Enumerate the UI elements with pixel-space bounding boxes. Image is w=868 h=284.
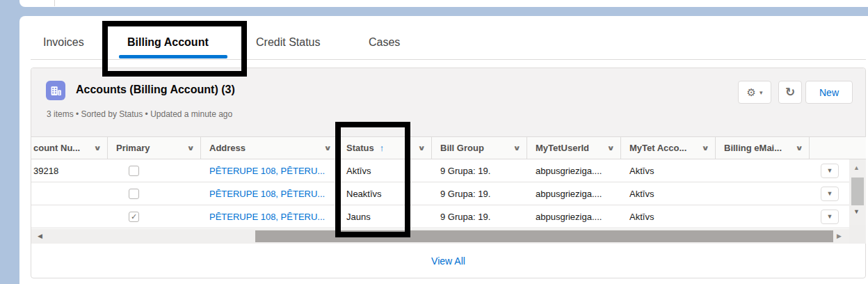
address-link[interactable]: PĒTERUPE 108, PĒTERU... [209,189,325,199]
cell-billing-email [716,159,810,182]
cell-status: Neaktīvs [338,182,432,205]
list-title: Accounts (Billing Account) (3) [76,84,235,96]
chevron-down-icon[interactable]: ∨ [795,144,803,152]
cell-primary [108,159,201,182]
cell-account-number [31,205,108,228]
cell-row-actions: ▼ [810,205,849,228]
cell-address: PĒTERUPE 108, PĒTERU... [201,205,338,228]
cell-account-number: 39218 [31,159,108,182]
cell-status: Aktīvs [338,159,432,182]
refresh-button[interactable]: ↻ [778,81,802,104]
previous-card-edge [19,0,868,7]
sort-ascending-icon: ↑ [380,143,385,153]
refresh-icon: ↻ [785,85,795,100]
horizontal-scrollbar-thumb[interactable] [255,230,833,242]
row-actions-button[interactable]: ▼ [821,210,839,224]
chevron-down-icon[interactable]: ∨ [93,144,101,152]
scrollbar-corner [849,225,866,244]
scroll-right-icon[interactable]: ▶ [837,232,842,239]
cell-mytet-account: Aktīvs [621,159,716,182]
cell-primary: ✓ [108,205,201,228]
cell-mytetuserid: abpusgrieziga.... [527,205,621,228]
chevron-down-icon[interactable]: ∨ [701,144,709,152]
active-tab-underline [119,55,227,58]
list-panel-footer: View All [31,244,865,278]
list-panel-header: Accounts (Billing Account) (3) 3 items •… [31,68,865,137]
cell-address: PĒTERUPE 108, PĒTERU... [201,159,338,182]
chevron-down-icon[interactable]: ∨ [513,144,520,152]
column-header-account-number[interactable]: count Nu... ∨ [31,137,108,159]
column-header-mytetuserid[interactable]: MyTetUserId ∨ [527,137,621,159]
vertical-scrollbar-thumb[interactable] [851,178,864,205]
chevron-down-icon[interactable]: ∨ [606,144,614,152]
card-divider [54,0,55,6]
caret-down-icon: ▾ [760,89,763,96]
column-header-mytet-account[interactable]: MyTet Acco... ∨ [621,137,716,159]
new-button[interactable]: New [805,81,853,104]
column-header-billing-email[interactable]: Billing eMai... ∨ [716,137,810,159]
column-header-bill-group[interactable]: Bill Group ∨ [432,137,527,159]
chevron-down-icon[interactable]: ∨ [417,144,425,152]
cell-row-actions: ▼ [810,182,849,205]
vertical-scrollbar[interactable]: ▲ ▼ [849,159,866,225]
tabs-divider [31,59,866,60]
table-row: 39218 PĒTERUPE 108, PĒTERU... Aktīvs 9 G… [31,159,849,182]
row-action-caret-icon: ▼ [827,213,833,220]
cell-mytet-account: Aktīvs [621,205,716,228]
tab-cases[interactable]: Cases [369,36,400,49]
view-all-link[interactable]: View All [431,255,465,267]
cell-bill-group: 9 Grupa: 19. [432,159,527,182]
column-header-scroll-filler [849,137,866,159]
cell-account-number [31,182,108,205]
chevron-down-icon[interactable]: ∨ [323,144,331,152]
cell-bill-group: 9 Grupa: 19. [432,205,527,228]
table-header-row: count Nu... ∨ Primary ∨ Address ∨ Status… [31,137,866,159]
address-link[interactable]: PĒTERUPE 108, PĒTERU... [209,166,325,176]
list-settings-button[interactable]: ⚙ ▾ [738,81,771,104]
cell-bill-group: 9 Grupa: 19. [432,182,527,205]
cell-row-actions: ▼ [810,159,849,182]
primary-checkbox[interactable] [129,166,139,176]
check-icon: ✓ [131,212,137,221]
column-header-status[interactable]: Status ↑ ∨ [338,137,432,159]
cell-status: Jauns [338,205,432,228]
scroll-up-icon[interactable]: ▲ [853,164,860,171]
address-link[interactable]: PĒTERUPE 108, PĒTERU... [209,212,325,222]
row-action-caret-icon: ▼ [827,167,833,174]
chevron-down-icon[interactable]: ∨ [186,144,194,152]
row-actions-button[interactable]: ▼ [821,187,839,201]
primary-checkbox[interactable] [129,189,139,199]
table-row: ✓ PĒTERUPE 108, PĒTERU... Jauns 9 Grupa:… [31,205,849,228]
column-header-actions [810,137,849,159]
record-tabs-card: Invoices Billing Account Credit Status C… [19,16,868,284]
cell-billing-email [716,205,810,228]
table-row: PĒTERUPE 108, PĒTERU... Neaktīvs 9 Grupa… [31,182,849,205]
row-actions-button[interactable]: ▼ [821,164,839,178]
cell-mytetuserid: abpusgrieziga.... [527,159,621,182]
column-header-address[interactable]: Address ∨ [201,137,338,159]
tab-invoices[interactable]: Invoices [43,36,84,49]
column-header-primary[interactable]: Primary ∨ [108,137,201,159]
horizontal-scrollbar[interactable]: ◀ ▶ [31,229,849,244]
cell-address: PĒTERUPE 108, PĒTERU... [201,182,338,205]
billing-accounts-list-panel: Accounts (Billing Account) (3) 3 items •… [31,68,866,278]
gear-icon: ⚙ [747,86,756,99]
scroll-left-icon[interactable]: ◀ [38,232,42,239]
new-button-label: New [819,87,839,98]
tab-credit-status[interactable]: Credit Status [256,36,320,49]
scroll-down-icon[interactable]: ▼ [853,208,860,215]
primary-checkbox-checked[interactable]: ✓ [129,212,139,222]
accounts-icon [46,81,65,100]
cell-mytet-account: Aktīvs [621,182,716,205]
tab-billing-account[interactable]: Billing Account [127,36,209,49]
cell-billing-email [716,182,810,205]
cell-mytetuserid: abpusgrieziga.... [527,182,621,205]
cell-primary [108,182,201,205]
row-action-caret-icon: ▼ [827,190,833,197]
list-subtitle: 3 items • Sorted by Status • Updated a m… [47,109,232,119]
